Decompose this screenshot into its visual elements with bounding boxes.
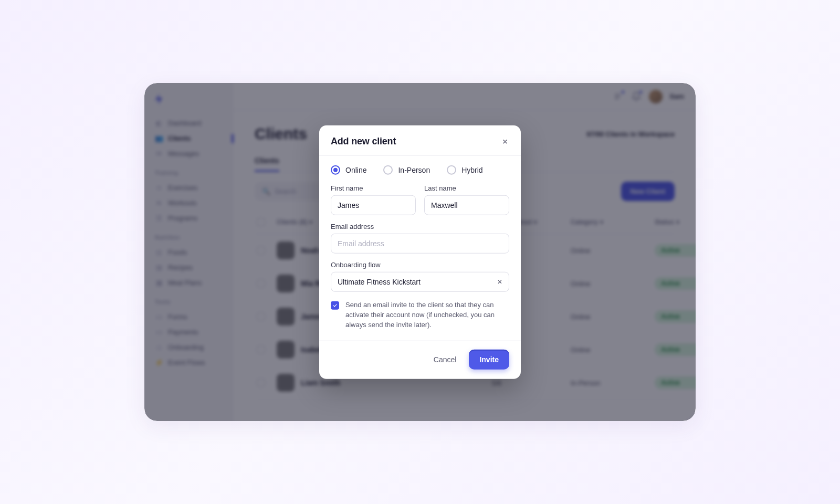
- onboarding-flow-select[interactable]: [331, 272, 509, 292]
- email-label: Email address: [331, 223, 509, 230]
- radio-icon: [383, 165, 393, 175]
- checkbox-label: Send an email invite to the client so th…: [345, 300, 509, 330]
- modal-title: Add new client: [331, 136, 396, 147]
- radio-online[interactable]: Online: [331, 165, 366, 175]
- close-button[interactable]: [501, 137, 509, 145]
- last-name-input[interactable]: [424, 195, 509, 215]
- first-name-input[interactable]: [331, 195, 416, 215]
- last-name-label: Last name: [424, 184, 509, 192]
- radio-label: In-Person: [398, 166, 430, 174]
- email-input[interactable]: [331, 234, 509, 254]
- modal-header: Add new client: [319, 125, 521, 156]
- modal-body: Online In-Person Hybrid First name Last: [319, 156, 521, 341]
- clear-icon[interactable]: [496, 278, 504, 286]
- send-invite-checkbox-row[interactable]: Send an email invite to the client so th…: [331, 300, 509, 330]
- radio-label: Hybrid: [461, 166, 482, 174]
- radio-hybrid[interactable]: Hybrid: [447, 165, 482, 175]
- add-client-modal: Add new client Online In-Person Hybrid: [319, 125, 521, 379]
- radio-icon: [447, 165, 456, 175]
- app-window: ◐ Dashboard 👥 Clients ✉ Messages Trainin…: [144, 83, 696, 421]
- client-type-radio-group: Online In-Person Hybrid: [331, 165, 509, 175]
- modal-footer: Cancel Invite: [319, 340, 521, 379]
- radio-in-person[interactable]: In-Person: [383, 165, 430, 175]
- cancel-button[interactable]: Cancel: [430, 351, 460, 368]
- onboarding-flow-label: Onboarding flow: [331, 261, 509, 269]
- checkbox-checked-icon: [331, 301, 339, 310]
- radio-label: Online: [345, 166, 366, 174]
- invite-button[interactable]: Invite: [469, 349, 509, 369]
- radio-icon: [331, 165, 340, 175]
- first-name-label: First name: [331, 184, 416, 192]
